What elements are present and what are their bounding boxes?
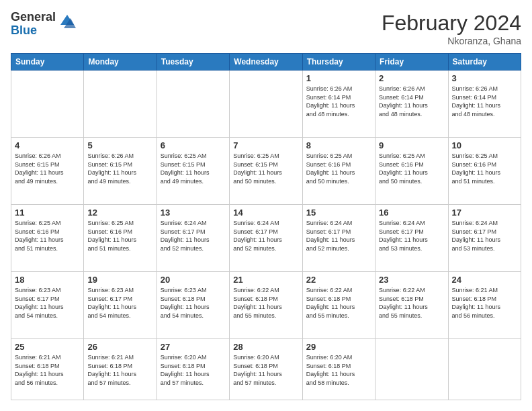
calendar-table: Sunday Monday Tuesday Wednesday Thursday… [11, 53, 521, 400]
day-number: 7 [233, 140, 298, 150]
col-wednesday: Wednesday [230, 54, 302, 71]
calendar-cell: 11Sunrise: 6:25 AM Sunset: 6:16 PM Dayli… [11, 205, 84, 272]
day-info: Sunrise: 6:23 AM Sunset: 6:17 PM Dayligh… [15, 286, 80, 320]
day-info: Sunrise: 6:24 AM Sunset: 6:17 PM Dayligh… [233, 219, 298, 253]
day-info: Sunrise: 6:20 AM Sunset: 6:18 PM Dayligh… [306, 353, 371, 387]
calendar-week-1: 1Sunrise: 6:26 AM Sunset: 6:14 PM Daylig… [11, 71, 521, 138]
calendar-cell: 10Sunrise: 6:25 AM Sunset: 6:16 PM Dayli… [448, 138, 521, 205]
calendar-cell [230, 71, 302, 138]
day-info: Sunrise: 6:25 AM Sunset: 6:15 PM Dayligh… [233, 152, 298, 185]
calendar-cell: 18Sunrise: 6:23 AM Sunset: 6:17 PM Dayli… [11, 272, 84, 339]
calendar-cell: 19Sunrise: 6:23 AM Sunset: 6:17 PM Dayli… [84, 272, 157, 339]
day-info: Sunrise: 6:20 AM Sunset: 6:18 PM Dayligh… [233, 353, 298, 387]
day-info: Sunrise: 6:20 AM Sunset: 6:18 PM Dayligh… [161, 353, 226, 387]
day-number: 14 [233, 208, 298, 218]
day-number: 26 [87, 342, 152, 352]
calendar-week-4: 18Sunrise: 6:23 AM Sunset: 6:17 PM Dayli… [11, 272, 521, 339]
logo-general: General [11, 11, 56, 24]
day-number: 27 [161, 342, 226, 352]
day-info: Sunrise: 6:25 AM Sunset: 6:16 PM Dayligh… [379, 152, 444, 185]
day-info: Sunrise: 6:22 AM Sunset: 6:18 PM Dayligh… [306, 286, 371, 320]
calendar-cell: 25Sunrise: 6:21 AM Sunset: 6:18 PM Dayli… [11, 339, 84, 400]
day-info: Sunrise: 6:23 AM Sunset: 6:17 PM Dayligh… [87, 286, 152, 320]
header: General Blue February 2024 Nkoranza, Gha… [11, 11, 521, 46]
calendar-week-5: 25Sunrise: 6:21 AM Sunset: 6:18 PM Dayli… [11, 339, 521, 400]
day-info: Sunrise: 6:26 AM Sunset: 6:15 PM Dayligh… [87, 152, 152, 185]
day-info: Sunrise: 6:21 AM Sunset: 6:18 PM Dayligh… [87, 353, 152, 387]
calendar-cell: 3Sunrise: 6:26 AM Sunset: 6:14 PM Daylig… [448, 71, 521, 138]
day-info: Sunrise: 6:26 AM Sunset: 6:15 PM Dayligh… [15, 152, 80, 185]
day-number: 10 [452, 140, 517, 150]
calendar-cell: 20Sunrise: 6:23 AM Sunset: 6:18 PM Dayli… [157, 272, 229, 339]
day-number: 8 [306, 140, 371, 150]
col-saturday: Saturday [448, 54, 521, 71]
day-number: 2 [379, 73, 444, 83]
day-info: Sunrise: 6:25 AM Sunset: 6:16 PM Dayligh… [452, 152, 517, 185]
col-tuesday: Tuesday [157, 54, 229, 71]
calendar-cell [11, 71, 84, 138]
calendar-cell: 5Sunrise: 6:26 AM Sunset: 6:15 PM Daylig… [84, 138, 157, 205]
calendar-cell: 16Sunrise: 6:24 AM Sunset: 6:17 PM Dayli… [375, 205, 448, 272]
calendar-header-row: Sunday Monday Tuesday Wednesday Thursday… [11, 54, 521, 71]
day-number: 19 [87, 275, 152, 285]
calendar-cell: 6Sunrise: 6:25 AM Sunset: 6:15 PM Daylig… [157, 138, 229, 205]
day-number: 11 [15, 208, 80, 218]
day-number: 20 [161, 275, 226, 285]
day-info: Sunrise: 6:22 AM Sunset: 6:18 PM Dayligh… [379, 286, 444, 320]
day-number: 25 [15, 342, 80, 352]
day-info: Sunrise: 6:26 AM Sunset: 6:14 PM Dayligh… [379, 85, 444, 118]
day-info: Sunrise: 6:25 AM Sunset: 6:16 PM Dayligh… [15, 219, 80, 253]
day-info: Sunrise: 6:25 AM Sunset: 6:15 PM Dayligh… [161, 152, 226, 185]
day-number: 21 [233, 275, 298, 285]
calendar-cell: 9Sunrise: 6:25 AM Sunset: 6:16 PM Daylig… [375, 138, 448, 205]
day-number: 13 [161, 208, 226, 218]
day-info: Sunrise: 6:26 AM Sunset: 6:14 PM Dayligh… [306, 85, 371, 118]
day-number: 1 [306, 73, 371, 83]
calendar-cell: 2Sunrise: 6:26 AM Sunset: 6:14 PM Daylig… [375, 71, 448, 138]
day-info: Sunrise: 6:24 AM Sunset: 6:17 PM Dayligh… [306, 219, 371, 253]
calendar-cell: 1Sunrise: 6:26 AM Sunset: 6:14 PM Daylig… [302, 71, 375, 138]
page: General Blue February 2024 Nkoranza, Gha… [0, 0, 532, 411]
day-number: 6 [161, 140, 226, 150]
calendar-cell: 13Sunrise: 6:24 AM Sunset: 6:17 PM Dayli… [157, 205, 229, 272]
day-number: 4 [15, 140, 80, 150]
calendar-week-3: 11Sunrise: 6:25 AM Sunset: 6:16 PM Dayli… [11, 205, 521, 272]
calendar-cell: 23Sunrise: 6:22 AM Sunset: 6:18 PM Dayli… [375, 272, 448, 339]
day-number: 17 [452, 208, 517, 218]
day-info: Sunrise: 6:25 AM Sunset: 6:16 PM Dayligh… [306, 152, 371, 185]
day-info: Sunrise: 6:21 AM Sunset: 6:18 PM Dayligh… [15, 353, 80, 387]
col-friday: Friday [375, 54, 448, 71]
day-number: 23 [379, 275, 444, 285]
day-info: Sunrise: 6:23 AM Sunset: 6:18 PM Dayligh… [161, 286, 226, 320]
logo-icon [57, 11, 77, 32]
calendar-cell [157, 71, 229, 138]
calendar-cell [84, 71, 157, 138]
calendar-cell: 14Sunrise: 6:24 AM Sunset: 6:17 PM Dayli… [230, 205, 302, 272]
month-title: February 2024 [382, 11, 521, 36]
day-info: Sunrise: 6:24 AM Sunset: 6:17 PM Dayligh… [379, 219, 444, 253]
day-info: Sunrise: 6:26 AM Sunset: 6:14 PM Dayligh… [452, 85, 517, 118]
calendar-cell: 15Sunrise: 6:24 AM Sunset: 6:17 PM Dayli… [302, 205, 375, 272]
calendar-cell: 27Sunrise: 6:20 AM Sunset: 6:18 PM Dayli… [157, 339, 229, 400]
calendar-cell: 24Sunrise: 6:21 AM Sunset: 6:18 PM Dayli… [448, 272, 521, 339]
calendar-cell: 28Sunrise: 6:20 AM Sunset: 6:18 PM Dayli… [230, 339, 302, 400]
calendar-cell: 21Sunrise: 6:22 AM Sunset: 6:18 PM Dayli… [230, 272, 302, 339]
day-number: 12 [87, 208, 152, 218]
calendar-cell: 17Sunrise: 6:24 AM Sunset: 6:17 PM Dayli… [448, 205, 521, 272]
day-number: 15 [306, 208, 371, 218]
title-area: February 2024 Nkoranza, Ghana [382, 11, 521, 46]
calendar-cell: 12Sunrise: 6:25 AM Sunset: 6:16 PM Dayli… [84, 205, 157, 272]
day-info: Sunrise: 6:22 AM Sunset: 6:18 PM Dayligh… [233, 286, 298, 320]
day-number: 9 [379, 140, 444, 150]
day-number: 24 [452, 275, 517, 285]
calendar-cell: 8Sunrise: 6:25 AM Sunset: 6:16 PM Daylig… [302, 138, 375, 205]
day-number: 29 [306, 342, 371, 352]
day-number: 5 [87, 140, 152, 150]
day-info: Sunrise: 6:24 AM Sunset: 6:17 PM Dayligh… [452, 219, 517, 253]
day-number: 16 [379, 208, 444, 218]
calendar-cell: 4Sunrise: 6:26 AM Sunset: 6:15 PM Daylig… [11, 138, 84, 205]
calendar-cell [448, 339, 521, 400]
day-info: Sunrise: 6:25 AM Sunset: 6:16 PM Dayligh… [87, 219, 152, 253]
calendar-cell: 7Sunrise: 6:25 AM Sunset: 6:15 PM Daylig… [230, 138, 302, 205]
col-sunday: Sunday [11, 54, 84, 71]
